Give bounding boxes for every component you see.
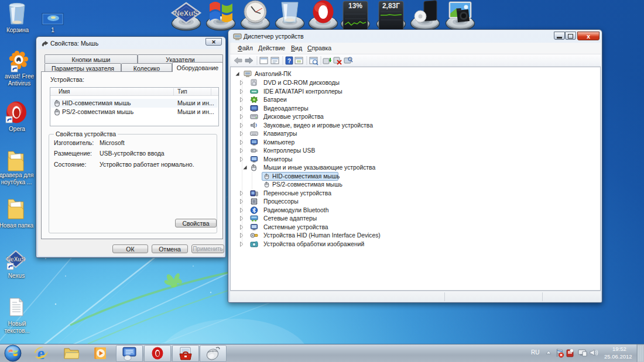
svg-text:?: ? [287,58,291,64]
svg-text:25.06.2012: 25.06.2012 [604,353,632,360]
svg-text:2,83Г: 2,83Г [382,2,400,10]
svg-text:19:52: 19:52 [612,346,626,352]
svg-text:13%: 13% [348,2,362,10]
svg-text:RU: RU [531,349,539,356]
svg-text:NeXuS: NeXuS [174,9,198,18]
svg-text:NeXuS: NeXuS [6,256,26,263]
